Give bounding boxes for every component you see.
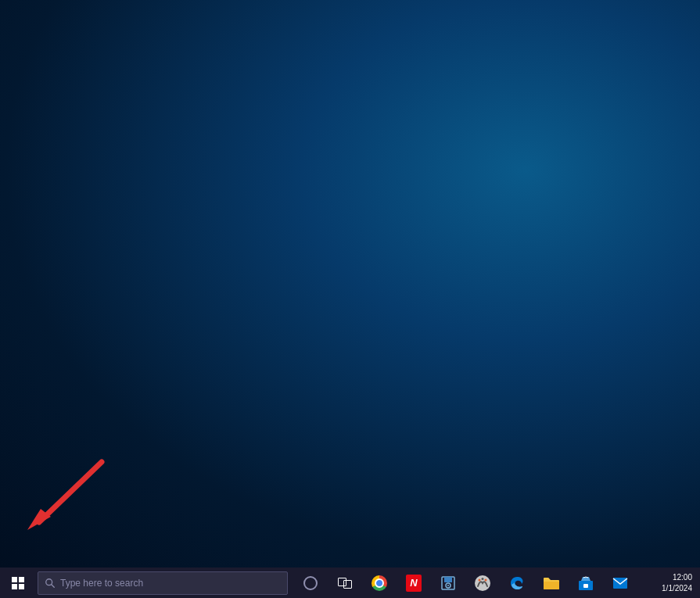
search-icon <box>45 578 56 589</box>
mail-icon <box>612 577 628 589</box>
disk-button[interactable] <box>432 568 465 598</box>
svg-point-10 <box>485 578 487 581</box>
start-button[interactable] <box>0 568 36 598</box>
netflix-button[interactable]: N <box>397 568 430 598</box>
task-view-icon <box>338 578 352 589</box>
mame-button[interactable] <box>466 568 499 598</box>
svg-line-0 <box>39 462 102 522</box>
cortana-icon <box>303 576 318 590</box>
clock-display[interactable]: 12:00 1/1/2024 <box>662 572 697 594</box>
windows-logo-icon <box>12 577 24 589</box>
taskbar-icons-group: N <box>294 568 662 598</box>
cortana-button[interactable] <box>294 568 327 598</box>
chrome-button[interactable] <box>363 568 396 598</box>
svg-rect-14 <box>583 584 588 588</box>
disk-icon <box>440 575 456 591</box>
chrome-icon <box>372 575 387 591</box>
svg-rect-5 <box>444 577 452 582</box>
search-box[interactable]: Type here to search <box>38 571 288 595</box>
file-explorer-button[interactable] <box>535 568 568 598</box>
pointer-arrow <box>23 458 109 536</box>
system-tray: 12:00 1/1/2024 <box>662 572 697 594</box>
svg-point-11 <box>482 578 484 580</box>
svg-rect-12 <box>544 582 559 589</box>
task-view-button[interactable] <box>328 568 361 598</box>
netflix-icon: N <box>406 575 422 592</box>
edge-button[interactable] <box>501 568 533 598</box>
store-icon <box>578 575 594 591</box>
mame-icon <box>474 575 491 592</box>
svg-point-7 <box>447 585 449 586</box>
taskbar: Type here to search N <box>0 568 700 598</box>
svg-rect-15 <box>613 578 627 589</box>
edge-icon <box>509 575 525 591</box>
svg-line-3 <box>52 584 55 587</box>
file-explorer-icon <box>543 576 560 590</box>
mail-button[interactable] <box>604 568 637 598</box>
store-button[interactable] <box>569 568 602 598</box>
time-text: 12:00 <box>662 572 692 583</box>
svg-point-9 <box>479 578 481 581</box>
date-text: 1/1/2024 <box>662 583 692 594</box>
search-placeholder-text: Type here to search <box>60 578 143 589</box>
desktop <box>0 0 700 568</box>
